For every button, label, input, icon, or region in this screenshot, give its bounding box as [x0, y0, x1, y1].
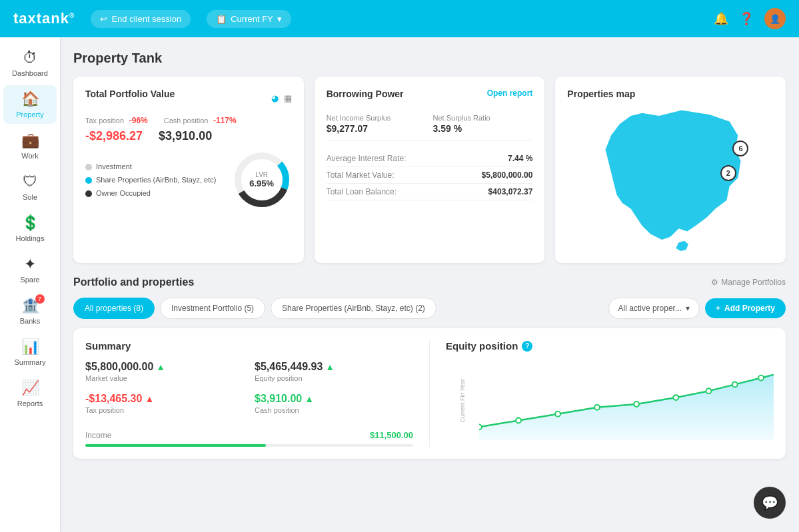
main-values-row: -$2,986.27 $3,910.00	[85, 129, 292, 143]
sidebar: ⏱ Dashboard 🏠 Property 💼 Work 🛡 Sole 💲 H…	[0, 37, 60, 532]
svg-point-10	[732, 382, 738, 387]
market-value: $5,800,000.00 ▲	[85, 361, 244, 373]
cash-position-value: $3,910.00 ▲	[255, 393, 413, 405]
svg-point-11	[758, 376, 764, 381]
cash-position-block: $3,910.00 ▲ Cash position	[255, 393, 413, 414]
sidebar-item-dashboard[interactable]: ⏱ Dashboard	[3, 44, 57, 83]
current-fy-button[interactable]: 📋 Current FY ▾	[207, 10, 291, 28]
tax-main-value: -$2,986.27	[85, 129, 143, 143]
portfolio-card-icons: ◕ ▦	[271, 93, 292, 103]
portfolio-content: Investment Share Properties (AirBnb, Sta…	[85, 150, 292, 210]
manage-portfolios-link[interactable]: ⚙ Manage Portfolios	[711, 278, 786, 287]
tax-position-block: -$13,465.30 ▲ Tax position	[85, 393, 244, 414]
header-left: taxtank® ↩ End client session 📋 Current …	[13, 10, 291, 28]
donut-center: LVR 6.95%	[249, 171, 274, 188]
total-market-row: Total Market Value: $5,800,000.00	[327, 167, 533, 184]
equity-chart: Current Fin Year	[446, 361, 774, 441]
svg-point-8	[673, 395, 678, 400]
tax-down-arrow: ▲	[145, 394, 154, 404]
header: taxtank® ↩ End client session 📋 Current …	[0, 0, 799, 37]
net-income-block: Net Income Surplus $9,277.07	[327, 114, 426, 134]
sidebar-item-summary[interactable]: 📊 Summary	[3, 333, 57, 372]
summary-title: Summary	[85, 340, 413, 352]
legend-item-owner: Owner Occupied	[85, 189, 221, 197]
market-value-block: $5,800,000.00 ▲ Market value	[85, 361, 244, 382]
legend-item-investment: Investment	[85, 162, 221, 170]
banks-badge: 7	[35, 294, 45, 304]
pie-chart-icon[interactable]: ◕	[271, 93, 279, 103]
briefcase-icon: 📋	[216, 14, 227, 24]
chat-icon: 💬	[762, 495, 778, 511]
equity-up-arrow: ▲	[325, 362, 335, 372]
open-report-link[interactable]: Open report	[487, 89, 533, 98]
spare-icon: ✦	[24, 256, 36, 273]
map-card-title: Properties map	[567, 89, 774, 99]
tab-investment-portfolio[interactable]: Investment Portfolio (5)	[160, 298, 265, 319]
income-row: Income $11,500.00	[85, 423, 413, 440]
equity-position-value: $5,465,449.93 ▲	[255, 361, 413, 373]
svg-point-4	[516, 418, 521, 423]
end-session-button[interactable]: ↩ End client session	[91, 10, 191, 28]
app-layout: ⏱ Dashboard 🏠 Property 💼 Work 🛡 Sole 💲 H…	[0, 37, 799, 532]
borrowing-card-title: Borrowing Power	[327, 89, 404, 99]
cash-main-value: $3,910.00	[159, 129, 212, 143]
chevron-down-icon: ▾	[277, 14, 282, 24]
summary-values-grid: $5,800,000.00 ▲ Market value $5,465,449.…	[85, 361, 413, 414]
portfolio-card-title-row: Total Portfolio Value ◕ ▦	[85, 89, 292, 107]
add-property-button[interactable]: + Add Property	[705, 298, 786, 318]
bar-chart-icon[interactable]: ▦	[284, 93, 292, 103]
tax-position-block: Tax position -96%	[85, 115, 148, 125]
portfolio-card-title: Total Portfolio Value	[85, 89, 175, 99]
sidebar-item-spare[interactable]: ✦ Spare	[3, 250, 57, 289]
end-session-icon: ↩	[100, 14, 107, 24]
sidebar-item-work[interactable]: 💼 Work	[3, 127, 57, 165]
sidebar-item-reports[interactable]: 📈 Reports	[3, 374, 57, 413]
summary-equity-row: Summary $5,800,000.00 ▲ Market value $5,…	[85, 340, 774, 447]
tab-all-properties[interactable]: All properties (8)	[73, 298, 155, 319]
summary-section: Summary $5,800,000.00 ▲ Market value $5,…	[85, 340, 429, 447]
reports-icon: 📈	[21, 380, 39, 397]
sidebar-item-holdings[interactable]: 💲 Holdings	[3, 209, 57, 248]
filter-dropdown[interactable]: All active proper... ▾	[608, 298, 700, 319]
tabs-row: All properties (8) Investment Portfolio …	[73, 298, 786, 319]
borrowing-card: Borrowing Power Open report Net Income S…	[315, 77, 545, 263]
total-loan-row: Total Loan Balance: $403,072.37	[327, 184, 533, 200]
sidebar-item-sole[interactable]: 🛡 Sole	[3, 168, 57, 206]
plus-icon: +	[716, 304, 720, 313]
cash-position-block: Cash position -117%	[164, 115, 237, 125]
legend-dot-gray	[85, 164, 92, 170]
market-up-arrow: ▲	[156, 362, 165, 372]
income-progress-fill	[85, 444, 266, 447]
sidebar-item-banks[interactable]: 🏦 7 Banks	[3, 292, 57, 330]
sole-icon: 🛡	[23, 173, 37, 190]
donut-chart: LVR 6.95%	[232, 150, 292, 210]
chat-button[interactable]: 💬	[754, 487, 786, 519]
net-surplus-block: Net Surplus Ratio 3.59 %	[433, 114, 533, 134]
map-marker-6[interactable]: 6	[732, 140, 748, 156]
map-marker-2[interactable]: 2	[720, 165, 736, 181]
legend-item-share: Share Properties (AirBnb, Stayz, etc)	[85, 176, 221, 184]
summary-icon: 📊	[21, 338, 39, 356]
map-card: Properties map 6 2	[555, 77, 786, 263]
work-icon: 💼	[21, 132, 39, 149]
svg-point-3	[479, 424, 482, 429]
avatar[interactable]: 👤	[764, 8, 786, 29]
equity-line-chart	[479, 361, 774, 441]
equity-help-icon[interactable]: ?	[522, 341, 532, 352]
chevron-down-icon: ▾	[686, 304, 690, 313]
gear-icon: ⚙	[711, 278, 718, 287]
avg-interest-row: Average Interest Rate: 7.44 %	[327, 150, 533, 167]
help-icon[interactable]: ❓	[739, 11, 754, 26]
tax-position-value: -$13,465.30 ▲	[85, 393, 244, 405]
bp-grid: Net Income Surplus $9,277.07 Net Surplus…	[327, 107, 533, 141]
equity-section: Equity position ? Current Fin Year	[429, 340, 774, 447]
svg-point-7	[634, 401, 639, 407]
header-right: 🔔 ❓ 👤	[714, 8, 786, 29]
svg-point-9	[706, 388, 711, 394]
page-title: Property Tank	[73, 51, 786, 66]
cash-up-arrow: ▲	[305, 394, 314, 404]
tab-share-properties[interactable]: Share Properties (AirBnb, Stayz, etc) (2…	[271, 298, 436, 319]
sidebar-item-property[interactable]: 🏠 Property	[3, 85, 57, 124]
notification-icon[interactable]: 🔔	[714, 11, 728, 26]
legend-dot-blue	[85, 177, 92, 184]
